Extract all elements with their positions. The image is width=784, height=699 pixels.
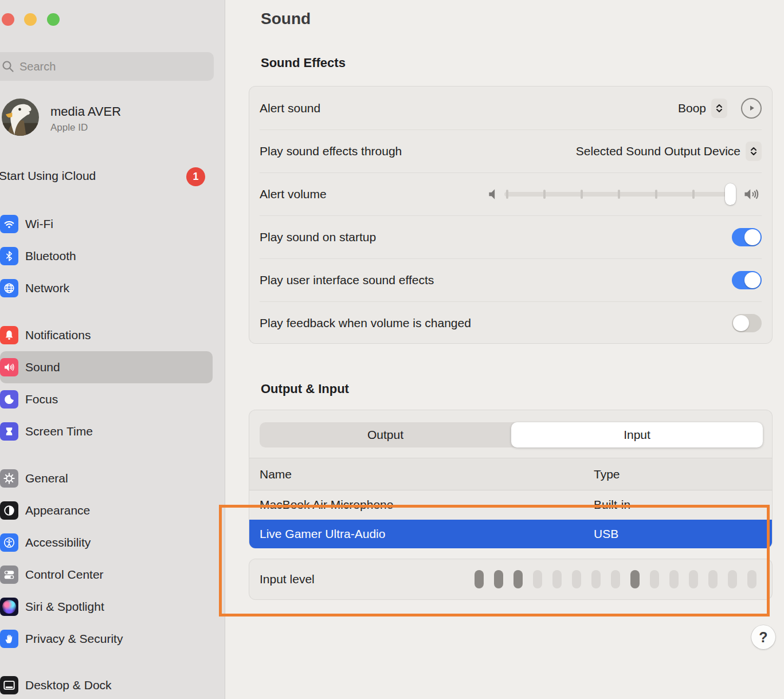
play-through-row: Play sound effects through Selected Soun… [249, 129, 772, 172]
notification-badge: 1 [186, 167, 205, 186]
device-table-header: Name Type [249, 458, 772, 490]
toggle-knob [744, 229, 761, 245]
device-type: Built-in [594, 490, 630, 520]
play-through-stepper[interactable] [746, 142, 762, 161]
zoom-window-button[interactable] [47, 13, 60, 26]
sidebar-item-label: Accessibility [25, 527, 91, 559]
ui-sound-effects-label: Play user interface sound effects [260, 273, 434, 287]
profile-subtitle: Apple ID [50, 122, 88, 133]
chevron-up-down-icon [715, 103, 724, 114]
level-segment [552, 570, 562, 588]
alert-sound-label: Alert sound [260, 101, 320, 115]
profile-name: media AVER [50, 104, 121, 119]
play-through-value: Selected Sound Output Device [576, 144, 740, 158]
device-name: Live Gamer Ultra-Audio [260, 520, 385, 548]
startup-sound-toggle[interactable] [732, 228, 762, 246]
device-name: MacBook Air Microphone [260, 490, 393, 520]
sidebar-item-network[interactable]: Network [0, 272, 213, 304]
sidebar-item-bluetooth[interactable]: Bluetooth [0, 240, 213, 272]
volume-feedback-toggle[interactable] [732, 314, 762, 332]
sidebar-item-label: Notifications [25, 319, 91, 351]
level-segment [747, 570, 756, 588]
contrast-icon [0, 501, 18, 520]
sound-effects-card: Alert sound Boop Play sound effects thro… [249, 86, 773, 344]
sidebar-item-label: Bluetooth [25, 240, 76, 272]
toggle-knob [733, 315, 749, 331]
chevron-up-down-icon [749, 146, 758, 157]
wifi-icon [0, 215, 18, 233]
sidebar-item-label: Desktop & Dock [25, 669, 112, 699]
tab-output[interactable]: Output [260, 422, 511, 447]
level-segment [513, 570, 523, 588]
play-alert-sound-button[interactable] [741, 98, 762, 119]
search-field[interactable] [0, 52, 214, 81]
level-segment [533, 570, 542, 588]
icloud-label: Start Using iCloud [0, 169, 96, 183]
speaker-icon [0, 358, 18, 376]
alert-volume-label: Alert volume [260, 187, 327, 201]
eagle-avatar-image [2, 99, 39, 136]
tab-input[interactable]: Input [511, 422, 763, 447]
sidebar-item-start-using-icloud[interactable]: Start Using iCloud 1 [0, 167, 214, 187]
sidebar-item-focus[interactable]: Focus [0, 383, 213, 415]
accessibility-icon [0, 533, 18, 552]
sidebar-item-wifi[interactable]: Wi-Fi [0, 208, 213, 240]
input-level-card: Input level [249, 559, 773, 600]
close-window-button[interactable] [2, 13, 14, 26]
sidebar-item-sound[interactable]: Sound [0, 351, 213, 383]
volume-low-icon [486, 187, 501, 202]
level-segment [728, 570, 737, 588]
sidebar-item-control-center[interactable]: Control Center [0, 559, 213, 591]
slider-thumb[interactable] [725, 183, 736, 205]
toggles-icon [0, 566, 18, 584]
table-row-macbook-air-microphone[interactable]: MacBook Air Microphone Built-in [249, 490, 772, 520]
column-header-name: Name [260, 458, 292, 490]
sidebar-item-label: Focus [25, 383, 58, 415]
sound-effects-heading: Sound Effects [261, 56, 346, 70]
sidebar-item-label: Siri & Spotlight [25, 591, 104, 623]
sidebar-item-privacy-security[interactable]: Privacy & Security [0, 623, 213, 655]
ui-sound-effects-toggle[interactable] [732, 271, 762, 289]
output-input-heading: Output & Input [261, 382, 349, 396]
sidebar-item-label: Control Center [25, 559, 104, 591]
sidebar-item-appearance[interactable]: Appearance [0, 494, 213, 527]
table-row-live-gamer-ultra-audio[interactable]: Live Gamer Ultra-Audio USB [249, 520, 772, 548]
play-through-label: Play sound effects through [260, 144, 402, 158]
alert-sound-stepper[interactable] [711, 99, 727, 118]
sidebar-item-general[interactable]: General [0, 462, 213, 494]
level-segment [650, 570, 659, 588]
search-input[interactable] [19, 52, 203, 81]
sidebar-item-label: Network [25, 272, 69, 304]
output-input-card: Output Input Name Type MacBook Air Micro… [249, 410, 773, 548]
avatar[interactable] [2, 99, 39, 136]
level-segment [689, 570, 698, 588]
sidebar-item-siri-spotlight[interactable]: Siri & Spotlight [0, 591, 213, 623]
sidebar-item-label: General [25, 462, 68, 494]
output-input-segmented-control: Output Input [260, 422, 763, 447]
alert-sound-value: Boop [678, 101, 706, 115]
sidebar-item-accessibility[interactable]: Accessibility [0, 527, 213, 559]
sidebar-item-desktop-dock[interactable]: Desktop & Dock [0, 669, 213, 699]
window-dock-icon [0, 676, 18, 694]
alert-volume-slider[interactable] [486, 183, 762, 205]
level-segment [669, 570, 679, 588]
startup-sound-label: Play sound on startup [260, 230, 376, 244]
input-level-label: Input level [260, 559, 315, 599]
sidebar-item-screen-time[interactable]: Screen Time [0, 415, 213, 447]
gear-icon [0, 469, 18, 488]
minimize-window-button[interactable] [24, 13, 37, 26]
slider-track[interactable] [504, 192, 736, 197]
sidebar-item-label: Wi-Fi [25, 208, 53, 240]
level-segment [708, 570, 718, 588]
sidebar-item-label: Privacy & Security [25, 623, 123, 655]
sidebar-item-notifications[interactable]: Notifications [0, 319, 213, 351]
column-header-type: Type [594, 458, 620, 490]
level-segment [494, 570, 503, 588]
level-segment [591, 570, 601, 588]
sidebar-item-label: Appearance [25, 494, 90, 527]
help-button[interactable]: ? [751, 625, 775, 649]
startup-sound-row: Play sound on startup [249, 215, 772, 258]
moon-icon [0, 390, 18, 409]
volume-high-icon [743, 187, 762, 202]
play-icon [747, 104, 756, 112]
